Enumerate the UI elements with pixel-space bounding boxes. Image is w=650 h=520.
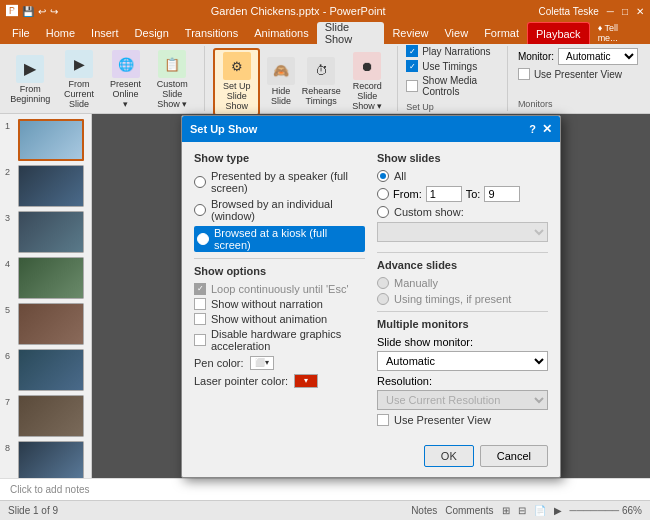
quick-access-save[interactable]: 💾 (22, 6, 34, 17)
dialog-col-left: Show type Presented by a speaker (full s… (194, 152, 365, 429)
tab-animations[interactable]: Animations (246, 22, 316, 44)
play-narrations-checkbox[interactable]: ✓ (406, 45, 418, 57)
tab-slide-show[interactable]: Slide Show (317, 22, 385, 44)
setup-slide-show-btn[interactable]: ⚙ Set UpSlide Show (213, 48, 260, 116)
loop-checkbox-item[interactable]: ✓ Loop continuously until 'Esc' (194, 283, 365, 295)
use-timings-check[interactable]: ✓ Use Timings (406, 60, 501, 72)
notes-btn[interactable]: Notes (411, 505, 437, 516)
presenter-view-check[interactable]: Use Presenter View (518, 68, 638, 80)
from-current-btn[interactable]: ▶ FromCurrent Slide (54, 48, 105, 112)
resolution-select[interactable]: Use Current Resolution (377, 390, 548, 410)
dialog-help-btn[interactable]: ? (529, 123, 536, 135)
radio-speaker-circle[interactable] (194, 176, 206, 188)
tab-tell-me[interactable]: ♦ Tell me... (590, 22, 646, 44)
hide-slide-btn[interactable]: 🙈 HideSlide (263, 55, 299, 109)
slide-thumb-1[interactable]: 1 (4, 118, 87, 162)
slide-num-7: 7 (5, 395, 15, 407)
tab-view[interactable]: View (436, 22, 476, 44)
notes-placeholder[interactable]: Click to add notes (10, 484, 90, 495)
radio-timings-circle[interactable] (377, 293, 389, 305)
no-narration-item[interactable]: Show without narration (194, 298, 365, 310)
presenter-view-item[interactable]: Use Presenter View (377, 414, 548, 426)
monitor-label: Monitor: (518, 51, 554, 62)
no-hw-accel-item[interactable]: Disable hardware graphics acceleration (194, 328, 365, 352)
presenter-view-checkbox[interactable] (518, 68, 530, 80)
pen-color-row: Pen color: ⬜▾ (194, 356, 365, 370)
monitor-select[interactable]: Automatic (558, 48, 638, 65)
slide-thumb-8[interactable]: 8 (4, 440, 87, 478)
record-slide-show-btn[interactable]: ⏺ Record SlideShow ▾ (343, 50, 391, 114)
tab-format[interactable]: Format (476, 22, 527, 44)
radio-all[interactable]: All (377, 170, 548, 182)
slide-thumb-6[interactable]: 6 (4, 348, 87, 392)
show-media-controls-check[interactable]: Show Media Controls (406, 75, 501, 97)
radio-from-circle[interactable] (377, 188, 389, 200)
tab-review[interactable]: Review (384, 22, 436, 44)
tab-insert[interactable]: Insert (83, 22, 127, 44)
dialog-close-btn[interactable]: ✕ (542, 122, 552, 136)
tab-design[interactable]: Design (127, 22, 177, 44)
monitor-row: Monitor: Automatic (518, 48, 638, 65)
no-narration-checkbox[interactable] (194, 298, 206, 310)
view-normal[interactable]: ⊞ (502, 505, 510, 516)
cancel-button[interactable]: Cancel (480, 445, 548, 467)
slide-view-area: Set Up Show ? ✕ Show type Presented (92, 114, 650, 478)
from-beginning-btn[interactable]: ▶ FromBeginning (10, 53, 51, 107)
view-slideshow[interactable]: ▶ (554, 505, 562, 516)
radio-manually[interactable]: Manually (377, 277, 548, 289)
radio-custom[interactable]: Custom show: (377, 206, 548, 218)
from-input[interactable] (426, 186, 462, 202)
slide-thumb-7[interactable]: 7 (4, 394, 87, 438)
slide-thumb-4[interactable]: 4 (4, 256, 87, 300)
play-narrations-check[interactable]: ✓ Play Narrations (406, 45, 501, 57)
no-hw-accel-checkbox[interactable] (194, 334, 206, 346)
quick-access-undo[interactable]: ↩ (38, 6, 46, 17)
no-animation-checkbox[interactable] (194, 313, 206, 325)
maximize-btn[interactable]: □ (622, 6, 628, 17)
radio-kiosk-circle[interactable] (197, 233, 209, 245)
view-slide-sorter[interactable]: ⊟ (518, 505, 526, 516)
from-beginning-icon: ▶ (16, 55, 44, 83)
slide-thumb-2[interactable]: 2 (4, 164, 87, 208)
slide-thumb-3[interactable]: 3 (4, 210, 87, 254)
show-media-controls-checkbox[interactable] (406, 80, 418, 92)
radio-manually-circle[interactable] (377, 277, 389, 289)
presenter-view-check-label: Use Presenter View (394, 414, 491, 426)
radio-presented-by-speaker[interactable]: Presented by a speaker (full screen) (194, 170, 365, 194)
custom-slide-show-btn[interactable]: 📋 Custom SlideShow ▾ (147, 48, 199, 112)
radio-custom-circle[interactable] (377, 206, 389, 218)
present-online-btn[interactable]: 🌐 PresentOnline ▾ (108, 48, 144, 112)
radio-browsed-individual[interactable]: Browsed by an individual (window) (194, 198, 365, 222)
ribbon: ▶ FromBeginning ▶ FromCurrent Slide 🌐 Pr… (0, 44, 650, 114)
to-input[interactable] (484, 186, 520, 202)
radio-individual-circle[interactable] (194, 204, 206, 216)
dialog-overlay: Set Up Show ? ✕ Show type Presented (92, 114, 650, 478)
loop-checkbox[interactable]: ✓ (194, 283, 206, 295)
radio-using-timings[interactable]: Using timings, if present (377, 293, 548, 305)
close-btn[interactable]: ✕ (636, 6, 644, 17)
dialog-col-right: Show slides All From: To: (377, 152, 548, 429)
minimize-btn[interactable]: ─ (607, 6, 614, 17)
radio-browsed-kiosk[interactable]: Browsed at a kiosk (full screen) (194, 226, 365, 252)
rehearse-timings-btn[interactable]: ⏱ RehearseTimings (302, 55, 340, 109)
slide-num-2: 2 (5, 165, 15, 177)
no-animation-item[interactable]: Show without animation (194, 313, 365, 325)
tab-home[interactable]: Home (38, 22, 83, 44)
ok-button[interactable]: OK (424, 445, 474, 467)
slide-thumb-5[interactable]: 5 (4, 302, 87, 346)
tab-transitions[interactable]: Transitions (177, 22, 246, 44)
presenter-view-check-box[interactable] (377, 414, 389, 426)
view-reading[interactable]: 📄 (534, 505, 546, 516)
custom-show-select[interactable] (377, 222, 548, 242)
tab-playback[interactable]: Playback (527, 22, 590, 44)
pen-color-btn[interactable]: ⬜▾ (250, 356, 274, 370)
comments-btn[interactable]: Comments (445, 505, 493, 516)
title-bar-left: 🅿 💾 ↩ ↪ (6, 4, 58, 18)
radio-all-circle[interactable] (377, 170, 389, 182)
slide-show-monitor-select[interactable]: Automatic (377, 351, 548, 371)
tab-file[interactable]: File (4, 22, 38, 44)
laser-color-btn[interactable]: ▾ (294, 374, 318, 388)
from-current-icon: ▶ (65, 50, 93, 78)
quick-access-redo[interactable]: ↪ (50, 6, 58, 17)
use-timings-checkbox[interactable]: ✓ (406, 60, 418, 72)
